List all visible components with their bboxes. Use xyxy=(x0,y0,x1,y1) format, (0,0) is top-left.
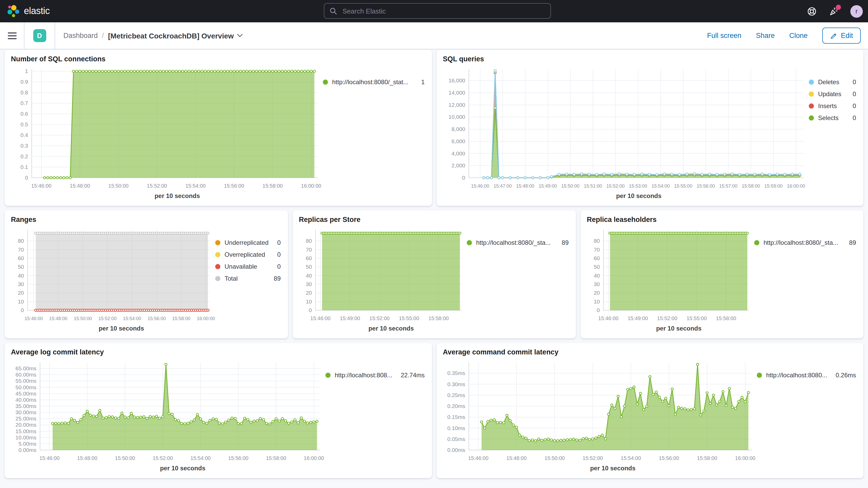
chart-legend: http://localhost:8080/_stat...1 xyxy=(323,65,427,203)
svg-text:80: 80 xyxy=(18,238,24,244)
svg-text:30.00ms: 30.00ms xyxy=(16,409,36,415)
legend-item[interactable]: Total89 xyxy=(215,275,283,282)
whats-new-button[interactable] xyxy=(829,6,839,17)
full-screen-button[interactable]: Full screen xyxy=(707,32,741,39)
legend-item[interactable]: http://localhost:8080...0.26ms xyxy=(757,372,858,379)
svg-text:80: 80 xyxy=(594,238,600,244)
legend-item[interactable]: http://localhost:808...22.74ms xyxy=(326,372,427,379)
svg-text:50: 50 xyxy=(18,264,24,270)
svg-text:15:56:00: 15:56:00 xyxy=(697,183,715,189)
legend-series-value: 0 xyxy=(277,263,281,270)
x-axis-label: per 10 seconds xyxy=(10,325,215,335)
chart-command-commit-latency[interactable]: 0.00ms0.05ms0.10ms0.15ms0.20ms0.25ms0.30… xyxy=(442,358,757,465)
legend-item[interactable]: http://localhost:8080/_sta...89 xyxy=(754,239,858,246)
svg-text:15.00ms: 15.00ms xyxy=(16,428,36,434)
legend-series-label: http://localhost:8080/_sta... xyxy=(476,239,551,246)
svg-text:55.00ms: 55.00ms xyxy=(16,378,36,384)
legend-item[interactable]: Overreplicated0 xyxy=(215,251,283,258)
search-input[interactable] xyxy=(341,6,545,15)
x-axis-label: per 10 seconds xyxy=(442,192,809,203)
svg-text:15:49:00: 15:49:00 xyxy=(628,315,648,321)
chart-replica-leaseholders[interactable]: 0102030405060708015:46:0015:49:0015:52:0… xyxy=(586,225,754,325)
user-avatar[interactable]: r xyxy=(850,5,863,18)
svg-text:20: 20 xyxy=(306,290,312,296)
header-actions: r xyxy=(807,0,863,22)
svg-text:0.15ms: 0.15ms xyxy=(447,414,465,420)
row-3: Average log commit latency 0.00ms5.00ms1… xyxy=(5,343,863,478)
panel-replica-leaseholders: Replica leaseholders 0102030405060708015… xyxy=(581,211,863,338)
legend-item[interactable]: Selects0 xyxy=(809,114,858,122)
chart-ranges[interactable]: 0102030405060708015:46:0015:48:0015:50:0… xyxy=(10,225,215,325)
legend-item[interactable]: Deletes0 xyxy=(809,79,858,86)
legend-series-dot xyxy=(215,252,220,257)
svg-text:25.00ms: 25.00ms xyxy=(16,416,36,422)
legend-series-label: Deletes xyxy=(818,79,839,86)
svg-text:50.00ms: 50.00ms xyxy=(16,384,36,390)
panel-title: Replica leaseholders xyxy=(586,215,858,225)
svg-text:10: 10 xyxy=(18,299,24,305)
breadcrumb-dashboard-link[interactable]: Dashboard xyxy=(63,32,98,39)
chart-sql-queries[interactable]: 02,0004,0006,0008,00010,00012,00014,0001… xyxy=(442,65,809,192)
svg-text:45.00ms: 45.00ms xyxy=(16,391,36,397)
svg-text:0.25ms: 0.25ms xyxy=(447,392,465,398)
svg-text:0.8: 0.8 xyxy=(21,89,28,95)
legend-item[interactable]: Underreplicated0 xyxy=(215,239,283,246)
svg-text:15:55:00: 15:55:00 xyxy=(674,183,692,189)
chevron-down-icon xyxy=(237,34,243,37)
legend-item[interactable]: http://localhost:8080/_stat...1 xyxy=(323,79,427,86)
svg-text:15:55:00: 15:55:00 xyxy=(687,315,707,321)
page-title[interactable]: [Metricbeat CockroachDB] Overview xyxy=(108,31,243,40)
legend-item[interactable]: Inserts0 xyxy=(809,102,858,110)
svg-text:50: 50 xyxy=(306,264,312,270)
legend-series-dot xyxy=(215,240,220,245)
svg-text:15:52:00: 15:52:00 xyxy=(583,455,603,461)
share-button[interactable]: Share xyxy=(756,32,775,39)
edit-button[interactable]: Edit xyxy=(822,28,861,44)
legend-series-dot xyxy=(467,240,472,245)
legend-item[interactable]: Updates0 xyxy=(809,90,858,98)
svg-text:70: 70 xyxy=(18,247,24,252)
legend-series-label: Selects xyxy=(818,114,839,122)
svg-text:5.00ms: 5.00ms xyxy=(19,441,36,447)
legend-series-dot xyxy=(809,80,814,85)
svg-text:0.30ms: 0.30ms xyxy=(447,381,465,387)
svg-text:15:52:00: 15:52:00 xyxy=(153,455,173,461)
x-axis-label: per 10 seconds xyxy=(10,192,323,203)
svg-text:15:52:00: 15:52:00 xyxy=(98,316,117,321)
legend-series-value: 0 xyxy=(277,251,281,258)
legend-item[interactable]: http://localhost:8080/_sta...89 xyxy=(467,239,571,246)
svg-text:10: 10 xyxy=(306,299,312,305)
dashboard-app-badge[interactable]: D xyxy=(33,29,46,42)
svg-text:15:46:00: 15:46:00 xyxy=(31,183,52,189)
legend-series-label: Overreplicated xyxy=(224,251,265,258)
panel-sql-queries: SQL queries 02,0004,0006,0008,00010,0001… xyxy=(437,50,863,206)
help-button[interactable] xyxy=(807,6,817,17)
global-search[interactable] xyxy=(324,3,551,19)
svg-text:15:58:00: 15:58:00 xyxy=(172,316,190,321)
legend-series-dot xyxy=(809,103,814,109)
svg-text:0: 0 xyxy=(309,307,312,313)
legend-item[interactable]: Unavailable0 xyxy=(215,263,283,270)
legend-series-value: 89 xyxy=(274,275,281,282)
svg-text:6,000: 6,000 xyxy=(452,138,465,144)
legend-series-dot xyxy=(757,373,762,378)
chart-log-commit-latency[interactable]: 0.00ms5.00ms10.00ms15.00ms20.00ms25.00ms… xyxy=(10,358,326,465)
svg-text:16:00:00: 16:00:00 xyxy=(735,455,755,461)
panel-title: Average command commit latency xyxy=(442,347,858,358)
svg-text:15:46:00: 15:46:00 xyxy=(39,455,60,461)
chart-sql-connections[interactable]: 00.10.20.30.40.50.60.70.80.9115:46:0015:… xyxy=(10,65,323,192)
clone-button[interactable]: Clone xyxy=(789,32,808,39)
menu-button[interactable] xyxy=(0,22,24,49)
chart-legend: http://localhost:808...22.74ms xyxy=(326,358,427,475)
svg-text:0.6: 0.6 xyxy=(21,111,28,117)
svg-text:15:58:00: 15:58:00 xyxy=(262,183,283,189)
svg-text:0.3: 0.3 xyxy=(21,143,28,149)
chart-replicas-per-store[interactable]: 0102030405060708015:46:0015:49:0015:52:0… xyxy=(298,225,467,325)
svg-text:0.10ms: 0.10ms xyxy=(447,425,465,431)
svg-text:4,000: 4,000 xyxy=(452,150,465,156)
legend-series-value: 0 xyxy=(277,239,281,246)
legend-series-label: http://localhost:8080/_stat... xyxy=(332,79,408,86)
elastic-brand[interactable]: elastic xyxy=(0,4,121,18)
legend-series-label: http://localhost:8080... xyxy=(766,372,827,379)
search-icon xyxy=(330,7,337,15)
